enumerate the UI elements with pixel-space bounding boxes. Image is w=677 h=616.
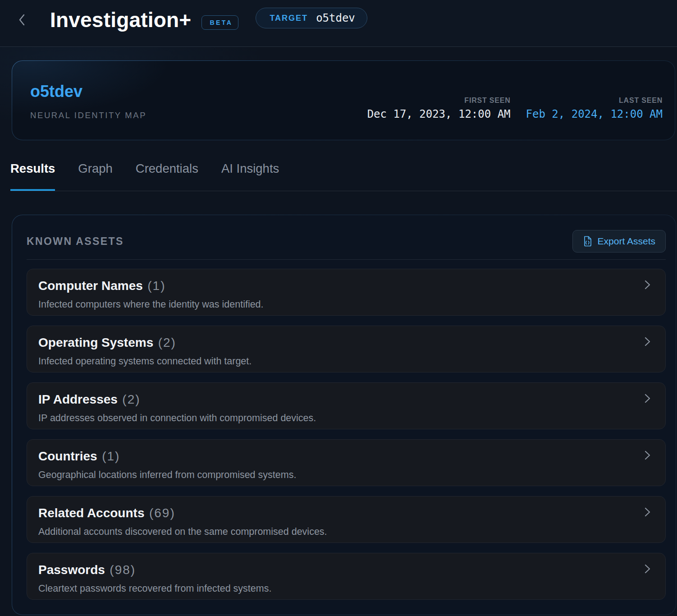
asset-item-computer-names[interactable]: Computer Names (1) Infected computers wh… [27, 269, 666, 316]
asset-title-row: Passwords (98) [38, 563, 665, 579]
asset-description: IP addresses observed in connection with… [38, 413, 665, 424]
tab-graph[interactable]: Graph [78, 161, 112, 191]
asset-item-ip-addresses[interactable]: IP Addresses (2) IP addresses observed i… [27, 382, 666, 429]
asset-title: Computer Names [38, 279, 143, 293]
chevron-right-icon [643, 451, 652, 460]
panel-header: KNOWN ASSETS Export Assets [27, 230, 666, 253]
asset-count: (2) [122, 392, 140, 406]
target-chip: TARGET o5tdev [256, 8, 367, 28]
asset-count: (1) [147, 279, 165, 293]
asset-item-passwords[interactable]: Passwords (98) Cleartext passwords recov… [27, 553, 666, 600]
asset-count: (1) [102, 449, 120, 463]
tab-bar: Results Graph Credentials AI Insights [10, 140, 677, 191]
last-seen-block: LAST SEEN Feb 2, 2024, 12:00 AM [526, 97, 663, 120]
identity-info: o5tdev NEURAL IDENTITY MAP [30, 61, 146, 140]
chevron-right-icon [643, 337, 652, 346]
asset-count: (2) [158, 336, 176, 349]
chevron-right-icon [643, 280, 652, 289]
asset-title-row: Related Accounts (69) [38, 506, 665, 522]
asset-title-row: Operating Systems (2) [38, 336, 665, 352]
chevron-right-icon [643, 507, 652, 516]
last-seen-label: LAST SEEN [526, 97, 663, 105]
target-chip-label: TARGET [270, 14, 308, 23]
asset-description: Cleartext passwords recovered from infec… [38, 583, 665, 594]
tab-credentials[interactable]: Credentials [136, 161, 198, 191]
chevron-right-icon [643, 394, 652, 403]
beta-badge: BETA [201, 15, 238, 30]
asset-item-related-accounts[interactable]: Related Accounts (69) Additional account… [27, 496, 666, 543]
identity-name: o5tdev [30, 83, 146, 100]
first-seen-block: FIRST SEEN Dec 17, 2023, 12:00 AM [367, 97, 511, 120]
first-seen-label: FIRST SEEN [367, 97, 511, 105]
back-button[interactable] [18, 13, 26, 27]
identity-subtitle: NEURAL IDENTITY MAP [30, 110, 146, 120]
asset-description: Additional accounts discovered on the sa… [38, 526, 665, 538]
chevron-right-icon [643, 564, 652, 573]
target-chip-value: o5tdev [316, 12, 355, 24]
panel-title: KNOWN ASSETS [27, 235, 124, 248]
asset-title: Operating Systems [38, 336, 153, 349]
identity-summary-card: o5tdev NEURAL IDENTITY MAP FIRST SEEN De… [12, 60, 675, 140]
last-seen-value: Feb 2, 2024, 12:00 AM [526, 108, 663, 120]
asset-title: Countries [38, 449, 97, 463]
asset-description: Geographical locations inferred from com… [38, 469, 665, 481]
tab-results[interactable]: Results [10, 161, 55, 191]
tab-ai-insights[interactable]: AI Insights [221, 161, 279, 191]
asset-title: Passwords [38, 563, 105, 577]
seen-dates: FIRST SEEN Dec 17, 2023, 12:00 AM LAST S… [367, 61, 663, 140]
app-header: Investigation+ BETA TARGET o5tdev [0, 0, 677, 47]
asset-title: IP Addresses [38, 392, 118, 406]
asset-list: Computer Names (1) Infected computers wh… [27, 269, 666, 600]
panel-divider [27, 259, 666, 260]
asset-description: Infected operating systems connected wit… [38, 356, 665, 367]
chevron-left-icon [18, 13, 26, 27]
asset-description: Infected computers where the identity wa… [38, 299, 665, 310]
asset-title-row: IP Addresses (2) [38, 392, 665, 409]
export-file-icon [583, 236, 592, 247]
asset-item-countries[interactable]: Countries (1) Geographical locations inf… [27, 439, 666, 486]
asset-title-row: Countries (1) [38, 449, 665, 465]
export-assets-button[interactable]: Export Assets [572, 230, 666, 253]
asset-title: Related Accounts [38, 506, 144, 520]
first-seen-value: Dec 17, 2023, 12:00 AM [367, 108, 511, 120]
page-title: Investigation+ [50, 8, 191, 32]
asset-title-row: Computer Names (1) [38, 279, 665, 295]
asset-count: (69) [149, 506, 175, 520]
asset-item-operating-systems[interactable]: Operating Systems (2) Infected operating… [27, 326, 666, 372]
export-assets-label: Export Assets [598, 236, 655, 247]
asset-count: (98) [110, 563, 136, 577]
known-assets-panel: KNOWN ASSETS Export Assets Computer Name… [12, 215, 676, 615]
